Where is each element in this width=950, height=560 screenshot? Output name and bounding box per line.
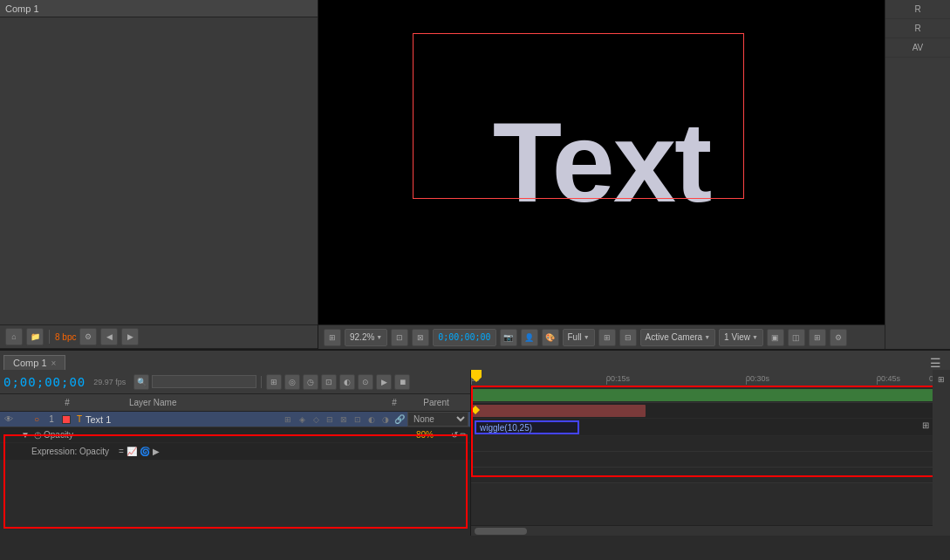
layer-number: 1 [44,414,59,424]
color-icon[interactable]: 🎨 [542,329,559,346]
layer-name[interactable]: Text 1 [85,414,282,425]
search-input[interactable] [152,375,256,388]
tl-icon6[interactable]: ⊙ [358,374,373,390]
pencil-icon[interactable]: ✏ [460,430,467,440]
tick-45 [877,379,878,385]
viewer-icon2[interactable]: ⊡ [391,329,408,346]
keyframe-icon[interactable]: ◇ [310,413,322,426]
viewer-fit-icon[interactable]: ⊞ [324,329,341,346]
bpc-label: 8 bpc [55,332,76,342]
render-button[interactable]: R [885,0,950,19]
tl-icon1[interactable]: ⊞ [266,374,282,390]
parent-selector[interactable]: None [407,412,468,427]
safe-icon[interactable]: ⊟ [619,329,637,346]
expression-track[interactable]: wiggle(10,25) ⊞ [471,419,933,436]
text-display: Text [493,97,711,228]
expr-spiral-icon[interactable]: 🌀 [140,447,150,456]
tl-icon4[interactable]: ⊡ [321,374,337,390]
track-empty-1 [471,436,933,452]
view-dropdown[interactable]: 1 View [719,329,763,346]
timeline-controls-bar: 0;00;00;00 29.97 fps 🔍 ⊞ ◎ ◷ ⊡ ◐ ⊙ ▶ ⏹ [0,370,470,394]
layout-icon4[interactable]: ⚙ [830,329,847,346]
project-tab-label[interactable]: Comp 1 [5,3,39,14]
timeline-options-icon[interactable]: ☰ [930,356,941,370]
timeline-timecode[interactable]: 0;00;00;00 [3,375,85,389]
tick-30 [746,379,747,385]
expr-expand-icon[interactable]: ⊞ [922,420,929,430]
time-mark-45: 00:45s [877,374,900,383]
project-content [0,17,318,324]
timeline-comp-tab[interactable]: Comp 1 × [3,355,65,370]
timecode-display[interactable]: 0;00;00;00 [433,329,496,346]
grid-icon[interactable]: ⊞ [598,329,616,346]
time-mark-30: 00:30s [746,374,769,383]
timeline-tab-close[interactable]: × [51,359,57,368]
timeline-right-panel: ⊞ [933,370,950,536]
lock-icon[interactable] [16,413,30,427]
timeline-scrollbar[interactable] [471,525,933,536]
expression-label: Expression: Opacity [31,447,119,456]
comp-canvas: Text [318,0,885,324]
switch8[interactable]: ◑ [379,413,392,426]
mini-chart-icon[interactable]: ⊞ [936,373,947,386]
av-button[interactable]: AV [885,38,950,58]
zoom-dropdown[interactable]: 92.2% [345,329,387,346]
render-button2[interactable]: R [885,19,950,38]
link-icon[interactable]: 🔗 [392,414,407,424]
switch7[interactable]: ◐ [366,413,378,426]
tl-icon7[interactable]: ▶ [376,374,392,390]
tl-icon5[interactable]: ◐ [339,374,355,390]
opacity-bar [471,405,646,417]
tl-icon3[interactable]: ◷ [303,374,318,390]
empty-layer-area [0,461,470,513]
visibility-toggle[interactable]: 👁 [2,413,16,427]
expr-play-icon[interactable]: ▶ [153,447,160,456]
settings-icon[interactable]: ⚙ [79,328,97,345]
folder-icon[interactable]: 📁 [26,328,44,345]
search-icon[interactable]: 🔍 [133,374,149,390]
comp-viewer: Text ⊞ 92.2% ⊡ ⊠ 0;00;00;00 📷 👤 🎨 Full ⊞… [318,0,885,349]
tl-separator1 [261,376,262,388]
quality-label: Full [568,332,582,342]
switch2[interactable]: ◈ [296,413,308,426]
clock-icon[interactable]: ◷ [31,430,44,440]
collapse-arrow[interactable]: ▼ [19,430,31,440]
scrollbar-thumb[interactable] [475,528,527,535]
tl-icon8[interactable]: ⏹ [394,374,410,390]
track-empty-2 [471,452,933,468]
home-icon[interactable]: ⌂ [5,328,23,345]
opacity-track[interactable] [471,403,933,419]
viewer-icon3[interactable]: ⊠ [412,329,429,346]
quality-dropdown[interactable]: Full [563,329,595,346]
main-wrapper: Comp 1 ⌂ 📁 8 bpc ⚙ ◀ ▶ Text ⊞ [0,0,950,560]
camera-dropdown[interactable]: Active Camera [640,329,716,346]
expr-graph-icon[interactable]: 📈 [126,447,137,456]
expression-icons: = 📈 🌀 ▶ [119,447,160,456]
person-icon[interactable]: 👤 [521,329,538,346]
separator [49,330,50,344]
track-row-1[interactable] [471,387,933,403]
reset-icon[interactable]: ↺ [451,430,458,440]
layout-icon1[interactable]: ▣ [767,329,784,346]
expr-equals-icon[interactable]: = [119,447,124,456]
layer-row[interactable]: 👁 ○ 1 T Text 1 ⊞ ◈ ◇ ⊟ ⊠ ⊡ ◐ ◑ [0,412,470,427]
layer-color[interactable] [62,415,71,424]
snapshot-icon[interactable]: 📷 [500,329,517,346]
viewer-toolbar: ⊞ 92.2% ⊡ ⊠ 0;00;00;00 📷 👤 🎨 Full ⊞ ⊟ Ac… [318,324,885,349]
left-arrow-icon[interactable]: ◀ [100,328,118,345]
layout-icon3[interactable]: ⊞ [809,329,826,346]
layer-controls: 0;00;00;00 29.97 fps 🔍 ⊞ ◎ ◷ ⊡ ◐ ⊙ ▶ ⏹ [0,370,471,536]
opacity-value[interactable]: 80% [416,430,451,440]
time-ruler: 0s 00:15s 00:30s 00:45s 01:0 [471,370,933,387]
tl-icon2[interactable]: ◎ [284,374,300,390]
expression-value[interactable]: wiggle(10,25) [480,423,532,433]
layout-icon2[interactable]: ◫ [788,329,805,346]
switch1[interactable]: ⊞ [282,413,294,426]
timeline-ruler-tracks: 0s 00:15s 00:30s 00:45s 01:0 [471,370,933,536]
switch6[interactable]: ⊡ [352,413,364,426]
expression-input-box[interactable]: wiggle(10,25) [475,420,579,434]
right-arrow-icon[interactable]: ▶ [121,328,139,345]
tick-15 [606,379,607,385]
switch5[interactable]: ⊠ [338,413,350,426]
switch4[interactable]: ⊟ [324,413,336,426]
